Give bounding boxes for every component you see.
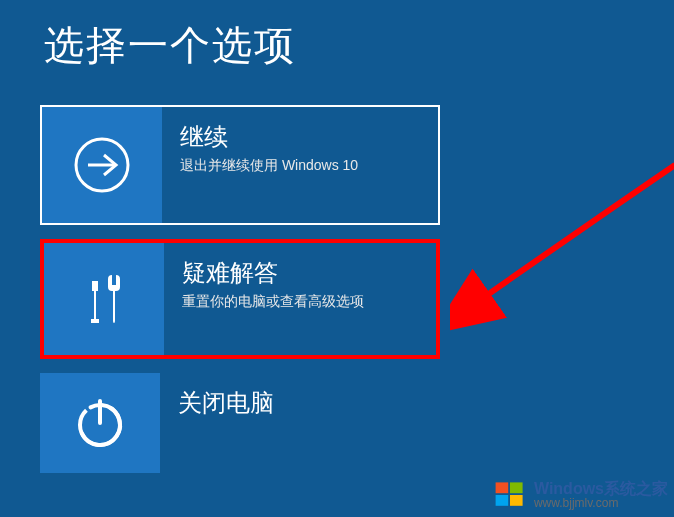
watermark-brand: Windows系统之家 bbox=[534, 480, 668, 498]
tools-icon bbox=[44, 243, 164, 355]
page-title: 选择一个选项 bbox=[0, 0, 674, 73]
option-title: 关闭电脑 bbox=[178, 387, 274, 419]
svg-rect-3 bbox=[94, 291, 96, 321]
option-desc: 重置你的电脑或查看高级选项 bbox=[182, 293, 364, 311]
option-title: 继续 bbox=[180, 121, 358, 153]
option-continue[interactable]: 继续 退出并继续使用 Windows 10 bbox=[40, 105, 440, 225]
option-text: 疑难解答 重置你的电脑或查看高级选项 bbox=[164, 243, 364, 355]
option-title: 疑难解答 bbox=[182, 257, 364, 289]
svg-rect-10 bbox=[510, 482, 523, 493]
svg-rect-2 bbox=[92, 281, 98, 291]
windows-logo-icon bbox=[492, 477, 528, 513]
options-list: 继续 退出并继续使用 Windows 10 疑难解答 重置你的电脑或查看高级选项 bbox=[0, 105, 674, 473]
option-desc: 退出并继续使用 Windows 10 bbox=[180, 157, 358, 175]
power-icon bbox=[40, 373, 160, 473]
svg-rect-11 bbox=[496, 495, 509, 506]
option-text: 继续 退出并继续使用 Windows 10 bbox=[162, 107, 358, 223]
option-shutdown[interactable]: 关闭电脑 bbox=[40, 373, 440, 473]
svg-rect-4 bbox=[91, 319, 99, 323]
option-troubleshoot[interactable]: 疑难解答 重置你的电脑或查看高级选项 bbox=[40, 239, 440, 359]
svg-rect-12 bbox=[510, 495, 523, 506]
option-text: 关闭电脑 bbox=[160, 373, 274, 473]
arrow-right-icon bbox=[42, 107, 162, 223]
svg-rect-9 bbox=[496, 482, 509, 493]
watermark-url: www.bjjmlv.com bbox=[534, 497, 668, 510]
svg-rect-5 bbox=[112, 275, 116, 285]
watermark: Windows系统之家 www.bjjmlv.com bbox=[486, 473, 674, 517]
